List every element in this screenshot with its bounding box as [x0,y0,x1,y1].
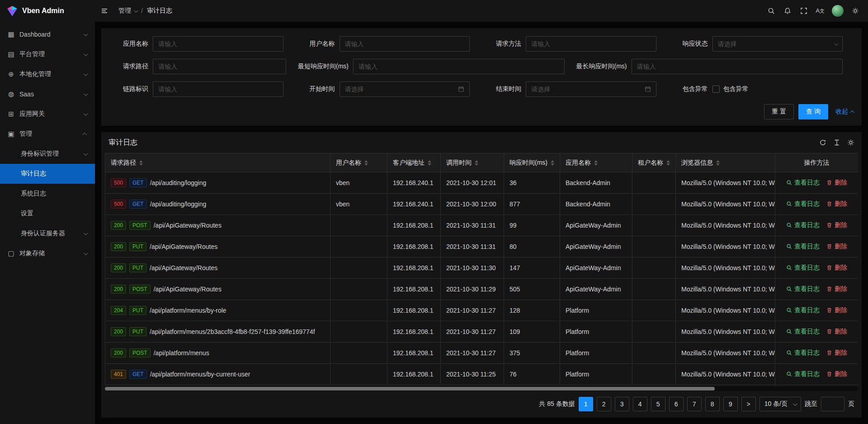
view-log-button[interactable]: 查看日志 [786,306,820,314]
column-header-user-name[interactable]: 用户名称 [330,153,387,172]
search-icon[interactable] [763,0,779,22]
reset-button[interactable]: 重 置 [764,104,794,119]
delete-button[interactable]: 删除 [826,221,847,229]
column-header-app-name[interactable]: 应用名称 [560,153,632,172]
page-button-4[interactable]: 4 [633,397,647,411]
refresh-icon[interactable] [819,139,826,146]
filter-label-trace-id: 链路标识 [108,85,148,93]
view-log-button[interactable]: 查看日志 [786,328,820,336]
column-label: 应用名称 [566,159,591,167]
view-log-label: 查看日志 [794,200,820,208]
next-page-button[interactable]: > [741,397,756,411]
notification-icon[interactable] [779,0,796,22]
collapse-filter-label: 收起 [835,108,848,116]
delete-button[interactable]: 删除 [826,328,847,336]
sidebar-subitem-auth-server[interactable]: 身份认证服务器 [0,224,95,243]
filter-input-request-method[interactable] [531,40,651,48]
page-button-5[interactable]: 5 [651,397,665,411]
view-log-label: 查看日志 [794,221,820,229]
sidebar-item-dashboard[interactable]: ▦Dashboard [0,24,95,44]
filter-input-min-response-time[interactable] [359,63,559,70]
filter-input-response-status[interactable] [718,40,831,48]
cell-actions: 查看日志删除 [775,364,859,385]
collapse-filter-link[interactable]: 收起 [835,108,854,116]
page-button-3[interactable]: 3 [615,397,629,411]
fullscreen-icon[interactable] [796,0,812,22]
cell-app-name: ApiGateWay-Admin [560,257,632,279]
view-log-button[interactable]: 查看日志 [786,243,820,251]
view-log-button[interactable]: 查看日志 [786,200,820,208]
column-header-request-path[interactable]: 请求路径 [105,153,330,172]
page-button-8[interactable]: 8 [705,397,720,411]
column-header-response-time[interactable]: 响应时间(ms) [504,153,560,172]
chevron-down-icon [84,151,88,156]
page-button-7[interactable]: 7 [687,397,702,411]
sidebar-item-localization[interactable]: ⊕本地化管理 [0,64,95,84]
row-height-icon[interactable] [833,139,840,146]
column-header-call-time[interactable]: 调用时间 [441,153,504,172]
sidebar-subitem-identity[interactable]: 身份标识管理 [0,144,95,164]
language-icon[interactable]: A文 [812,0,828,22]
cell-actions: 查看日志删除 [775,279,859,300]
column-header-client-address[interactable]: 客户端地址 [387,153,441,172]
delete-button[interactable]: 删除 [826,200,847,208]
sort-icon [428,160,431,166]
delete-label: 删除 [835,200,847,208]
delete-button[interactable]: 删除 [826,264,847,272]
breadcrumb-section[interactable]: 管理 [118,7,137,15]
view-log-button[interactable]: 查看日志 [786,179,820,187]
delete-button[interactable]: 删除 [826,370,847,378]
filter-input-max-response-time[interactable] [637,63,838,70]
status-badge: 200 [111,327,126,336]
sidebar-subitem-system-log[interactable]: 系统日志 [0,184,95,204]
input-wrap-min-response-time [353,59,565,74]
user-avatar[interactable] [832,5,844,17]
view-log-button[interactable]: 查看日志 [786,221,820,229]
view-log-button[interactable]: 查看日志 [786,264,820,272]
page-size-select[interactable]: 10 条/页 [760,397,801,411]
page-jump-input[interactable] [821,397,844,411]
filter-input-start-time[interactable] [345,86,455,93]
sidebar-item-manage[interactable]: ▣管理 [0,124,95,144]
cell-actions: 查看日志删除 [775,194,859,215]
chevron-down-icon [84,251,88,255]
view-log-button[interactable]: 查看日志 [786,370,820,378]
sidebar-subitem-label: 身份认证服务器 [21,229,79,238]
delete-button[interactable]: 删除 [826,285,847,293]
page-button-2[interactable]: 2 [597,397,611,411]
sidebar-subitem-audit-log[interactable]: 审计日志 [0,164,95,184]
sidebar-item-storage[interactable]: ▢对象存储 [0,243,95,263]
filter-input-app-name[interactable] [158,40,278,48]
filter-input-end-time[interactable] [531,86,641,93]
logo[interactable]: Vben Admin [0,0,95,22]
delete-button[interactable]: 删除 [826,306,847,314]
delete-button[interactable]: 删除 [826,179,847,187]
sidebar-collapse-icon[interactable] [95,0,114,22]
sidebar-item-saas[interactable]: ◍Saas [0,84,95,104]
sidebar-item-gateway[interactable]: ⊞应用网关 [0,104,95,124]
input-wrap-trace-id [153,81,283,97]
view-log-button[interactable]: 查看日志 [786,349,820,357]
checkbox-has-exception[interactable] [712,86,720,93]
column-header-tenant-name[interactable]: 租户名称 [632,153,676,172]
column-settings-icon[interactable] [847,139,854,146]
page-button-9[interactable]: 9 [723,397,738,411]
cell-request-path: 200PUT/api/ApiGateway/Routes [105,236,330,257]
filter-input-request-path[interactable] [158,63,281,70]
settings-icon[interactable] [847,0,863,22]
delete-button[interactable]: 删除 [826,349,847,357]
search-button[interactable]: 查 询 [798,104,828,119]
horizontal-scrollbar-thumb[interactable] [105,387,715,391]
cell-request-path: 200PUT/api/platform/menus/2b3accf8-4fb8-… [105,321,330,343]
page-button-6[interactable]: 6 [669,397,684,411]
cell-request-path: 200PUT/api/ApiGateway/Routes [105,257,330,279]
horizontal-scrollbar[interactable] [105,386,858,391]
page-button-1[interactable]: 1 [579,397,593,411]
column-header-browser-info[interactable]: 浏览器信息 [676,153,775,172]
filter-input-trace-id[interactable] [158,86,278,93]
filter-input-user-name[interactable] [345,40,465,48]
view-log-button[interactable]: 查看日志 [786,285,820,293]
sidebar-subitem-settings[interactable]: 设置 [0,204,95,224]
delete-button[interactable]: 删除 [826,243,847,251]
sidebar-item-platform[interactable]: ▤平台管理 [0,44,95,64]
